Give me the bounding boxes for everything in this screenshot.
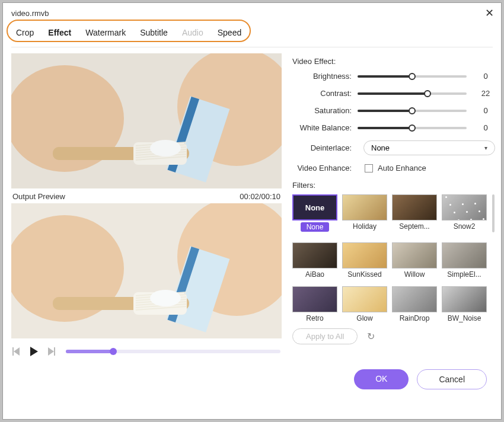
filter-retro[interactable]: Retro <box>292 286 337 325</box>
editor-window: video.rmvb ✕ CropEffectWatermarkSubtitle… <box>2 2 502 420</box>
footer: OK Cancel <box>3 360 501 389</box>
body: Output Preview 00:02/00:10 <box>3 49 501 360</box>
filter-glow[interactable]: Glow <box>342 286 387 325</box>
cancel-button[interactable]: Cancel <box>417 369 487 389</box>
filter-willow-thumb <box>392 242 437 268</box>
filter-raindrop-label: RainDrop <box>392 314 437 322</box>
svg-rect-34 <box>54 347 55 356</box>
saturation-row: Saturation:0 <box>292 106 495 115</box>
timeline-fill <box>66 350 113 353</box>
svg-marker-32 <box>30 347 38 356</box>
preview-column: Output Preview 00:02/00:10 <box>11 53 282 360</box>
deinterlace-row: Deinterlace: None ▾ <box>292 140 495 155</box>
filter-aibao[interactable]: AiBao <box>292 242 337 281</box>
brightness-row: Brightness:0 <box>292 72 495 81</box>
tab-audio: Audio <box>182 28 203 42</box>
filter-snow2[interactable]: Snow2 <box>442 194 487 236</box>
filters-area: NoneNoneHolidaySeptem...Snow2AiBaoSunKis… <box>292 194 495 325</box>
tabs: CropEffectWatermarkSubtitleAudioSpeed <box>11 25 493 47</box>
filter-sunkissed-label: SunKissed <box>342 270 387 279</box>
tabs-container: CropEffectWatermarkSubtitleAudioSpeed <box>3 22 501 49</box>
filter-raindrop-thumb <box>392 286 437 312</box>
svg-point-14 <box>150 140 181 156</box>
filter-holiday[interactable]: Holiday <box>342 194 387 236</box>
tab-subtitle[interactable]: Subtitle <box>140 28 168 42</box>
tab-watermark[interactable]: Watermark <box>85 28 126 42</box>
filter-bwnoise-thumb <box>442 286 487 312</box>
video-enhance-row: Video Enhance: Auto Enhance <box>292 164 495 172</box>
filter-bwnoise-label: BW_Noise <box>442 314 487 322</box>
contrast-row: Contrast:22 <box>292 89 495 98</box>
saturation-label: Saturation: <box>292 106 358 115</box>
saturation-value: 0 <box>476 106 495 115</box>
apply-row: Apply to All ↻ <box>292 328 495 344</box>
filter-snow2-thumb <box>442 194 487 220</box>
video-effect-label: Video Effect: <box>292 57 495 66</box>
reset-icon[interactable]: ↻ <box>367 331 375 342</box>
video-enhance-label: Video Enhance: <box>292 164 358 172</box>
output-preview-image <box>11 203 282 338</box>
filter-septem[interactable]: Septem... <box>392 194 437 236</box>
filter-sunkissed[interactable]: SunKissed <box>342 242 387 281</box>
deinterlace-label: Deinterlace: <box>292 143 358 152</box>
brightness-label: Brightness: <box>292 72 358 81</box>
output-preview-label: Output Preview <box>12 192 65 201</box>
tab-crop[interactable]: Crop <box>16 28 34 42</box>
white_balance-row: White Balance:0 <box>292 123 495 132</box>
contrast-slider[interactable] <box>358 92 467 95</box>
filter-willow-label: Willow <box>392 270 437 279</box>
ok-button[interactable]: OK <box>354 369 409 389</box>
window-title: video.rmvb <box>11 9 49 18</box>
filter-septem-thumb <box>392 194 437 220</box>
filter-retro-label: Retro <box>292 314 337 322</box>
filters-label: Filters: <box>292 181 495 190</box>
contrast-label: Contrast: <box>292 89 358 98</box>
next-frame-button[interactable] <box>46 347 55 356</box>
filter-simpleel-label: SimpleEl... <box>442 270 487 279</box>
apply-to-all-button[interactable]: Apply to All <box>292 328 358 344</box>
output-preview <box>11 203 282 338</box>
filter-scrollbar[interactable] <box>492 194 495 325</box>
filter-holiday-label: Holiday <box>342 222 387 231</box>
play-button[interactable] <box>29 347 39 356</box>
timecode: 00:02/00:10 <box>240 192 280 201</box>
deinterlace-dropdown[interactable]: None ▾ <box>363 140 495 155</box>
filter-holiday-thumb <box>342 194 387 220</box>
contrast-value: 22 <box>476 89 495 98</box>
timeline-knob[interactable] <box>110 348 117 355</box>
filter-septem-label: Septem... <box>392 222 437 231</box>
filter-snow2-label: Snow2 <box>442 222 487 231</box>
svg-point-29 <box>150 290 181 306</box>
filter-glow-thumb <box>342 286 387 312</box>
filter-willow[interactable]: Willow <box>392 242 437 281</box>
filter-bwnoise[interactable]: BW_Noise <box>442 286 487 325</box>
brightness-value: 0 <box>476 72 495 81</box>
filter-retro-thumb <box>292 286 337 312</box>
white_balance-label: White Balance: <box>292 123 358 132</box>
filter-none-thumb: None <box>292 194 337 220</box>
brightness-slider[interactable] <box>358 75 467 78</box>
svg-marker-30 <box>14 347 20 356</box>
filter-raindrop[interactable]: RainDrop <box>392 286 437 325</box>
filter-simpleel-thumb <box>442 242 487 268</box>
filter-sunkissed-thumb <box>342 242 387 268</box>
white_balance-slider[interactable] <box>358 127 467 129</box>
auto-enhance-checkbox[interactable] <box>365 164 373 172</box>
svg-marker-33 <box>48 347 54 356</box>
playback-controls <box>11 338 282 360</box>
timeline-slider[interactable] <box>66 350 280 353</box>
filter-simpleel[interactable]: SimpleEl... <box>442 242 487 281</box>
close-icon[interactable]: ✕ <box>485 8 494 18</box>
prev-frame-button[interactable] <box>12 347 22 356</box>
deinterlace-selected: None <box>371 143 390 152</box>
auto-enhance-option-label: Auto Enhance <box>378 164 426 172</box>
tab-effect[interactable]: Effect <box>48 28 71 42</box>
tab-speed[interactable]: Speed <box>218 28 241 42</box>
white_balance-value: 0 <box>476 123 495 132</box>
filter-aibao-label: AiBao <box>292 270 337 279</box>
filter-none-label: None <box>301 222 330 232</box>
filter-none[interactable]: NoneNone <box>292 194 337 236</box>
filter-grid: NoneNoneHolidaySeptem...Snow2AiBaoSunKis… <box>292 194 487 325</box>
saturation-slider[interactable] <box>358 110 467 112</box>
svg-rect-31 <box>12 347 14 356</box>
